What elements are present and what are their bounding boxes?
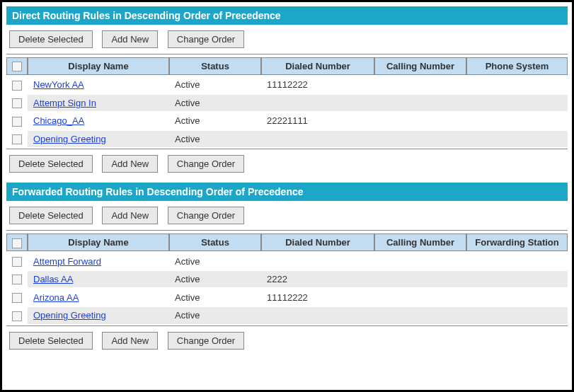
calling-cell <box>374 289 466 306</box>
table-row: Dallas AA Active 2222 <box>6 271 568 288</box>
rule-link[interactable]: Opening Greeting <box>33 310 106 321</box>
table-row: Arizona AA Active 11112222 <box>6 289 568 306</box>
dialed-cell: 11112222 <box>261 289 374 306</box>
toolbar-bottom: Delete Selected Add New Change Order <box>6 325 568 355</box>
col-dialed-number: Dialed Number <box>261 234 374 251</box>
row-checkbox[interactable] <box>12 117 22 127</box>
row-checkbox[interactable] <box>12 81 22 91</box>
row-checkbox[interactable] <box>12 257 22 267</box>
extra-cell <box>466 253 568 270</box>
status-cell: Active <box>169 131 261 148</box>
row-checkbox[interactable] <box>12 134 22 144</box>
calling-cell <box>374 95 466 112</box>
forwarded-rules-table: Display Name Status Dialed Number Callin… <box>6 232 568 325</box>
row-checkbox[interactable] <box>12 311 22 321</box>
select-all-checkbox[interactable] <box>12 62 22 71</box>
dialed-cell: 11112222 <box>261 76 374 93</box>
extra-cell <box>466 271 568 288</box>
rule-link[interactable]: Attempt Sign In <box>33 98 96 108</box>
dialed-cell <box>261 131 374 148</box>
app-container: Direct Routing Rules in Descending Order… <box>0 0 574 392</box>
toolbar-top: Delete Selected Add New Change Order <box>6 201 568 231</box>
delete-selected-button[interactable]: Delete Selected <box>9 30 93 48</box>
status-cell: Active <box>169 113 261 129</box>
add-new-button[interactable]: Add New <box>102 30 158 48</box>
delete-selected-button[interactable]: Delete Selected <box>9 207 93 224</box>
rule-link[interactable]: Arizona AA <box>33 292 79 303</box>
col-calling-number: Calling Number <box>374 234 466 251</box>
extra-cell <box>466 307 568 324</box>
rule-link[interactable]: Dallas AA <box>33 274 73 284</box>
dialed-cell <box>261 95 374 112</box>
extra-cell <box>466 131 568 148</box>
col-calling-number: Calling Number <box>374 57 466 75</box>
extra-cell <box>466 113 568 129</box>
forwarded-routing-section: Forwarded Routing Rules in Descending Or… <box>6 183 568 354</box>
status-cell: Active <box>169 76 261 93</box>
change-order-button[interactable]: Change Order <box>168 207 244 224</box>
direct-rules-table: Display Name Status Dialed Number Callin… <box>6 56 568 149</box>
calling-cell <box>374 253 466 270</box>
dialed-cell: 2222 <box>261 271 374 288</box>
extra-cell <box>466 289 568 306</box>
rule-link[interactable]: Opening Greeting <box>33 134 106 144</box>
col-display-name: Display Name <box>28 57 169 75</box>
section-title: Forwarded Routing Rules in Descending Or… <box>6 183 568 201</box>
table-row: Opening Greeting Active <box>6 307 568 324</box>
table-row: Attempt Sign In Active <box>6 95 568 112</box>
table-row: Chicago_AA Active 22221111 <box>6 113 568 129</box>
calling-cell <box>374 76 466 93</box>
delete-selected-button[interactable]: Delete Selected <box>9 155 93 173</box>
col-status: Status <box>169 234 261 251</box>
toolbar-bottom: Delete Selected Add New Change Order <box>6 149 568 178</box>
status-cell: Active <box>169 271 261 288</box>
status-cell: Active <box>169 95 261 112</box>
col-display-name: Display Name <box>28 234 169 251</box>
status-cell: Active <box>169 289 261 306</box>
row-checkbox[interactable] <box>12 98 22 108</box>
rule-link[interactable]: Chicago_AA <box>33 115 84 126</box>
dialed-cell <box>261 307 374 324</box>
row-checkbox[interactable] <box>12 293 22 303</box>
rule-link[interactable]: Attempt Forward <box>33 256 101 267</box>
add-new-button[interactable]: Add New <box>102 155 158 173</box>
status-cell: Active <box>169 253 261 270</box>
calling-cell <box>374 131 466 148</box>
extra-cell <box>466 76 568 93</box>
extra-cell <box>466 95 568 112</box>
row-checkbox[interactable] <box>12 275 22 284</box>
rule-link[interactable]: NewYork AA <box>33 79 84 90</box>
add-new-button[interactable]: Add New <box>102 207 158 224</box>
col-dialed-number: Dialed Number <box>261 57 374 75</box>
toolbar-top: Delete Selected Add New Change Order <box>6 25 568 54</box>
table-row: NewYork AA Active 11112222 <box>6 76 568 93</box>
calling-cell <box>374 271 466 288</box>
table-row: Opening Greeting Active <box>6 131 568 148</box>
status-cell: Active <box>169 307 261 324</box>
calling-cell <box>374 307 466 324</box>
select-all-checkbox[interactable] <box>12 238 22 248</box>
col-forwarding-station: Forwarding Station <box>466 234 568 251</box>
section-title: Direct Routing Rules in Descending Order… <box>6 6 568 25</box>
delete-selected-button[interactable]: Delete Selected <box>9 332 93 350</box>
direct-routing-section: Direct Routing Rules in Descending Order… <box>6 6 568 178</box>
dialed-cell: 22221111 <box>261 113 374 129</box>
col-status: Status <box>169 57 261 75</box>
dialed-cell <box>261 253 374 270</box>
change-order-button[interactable]: Change Order <box>168 332 244 350</box>
table-row: Attempt Forward Active <box>6 253 568 270</box>
change-order-button[interactable]: Change Order <box>168 30 244 48</box>
col-phone-system: Phone System <box>466 57 568 75</box>
change-order-button[interactable]: Change Order <box>168 155 244 173</box>
calling-cell <box>374 113 466 129</box>
add-new-button[interactable]: Add New <box>102 332 158 350</box>
